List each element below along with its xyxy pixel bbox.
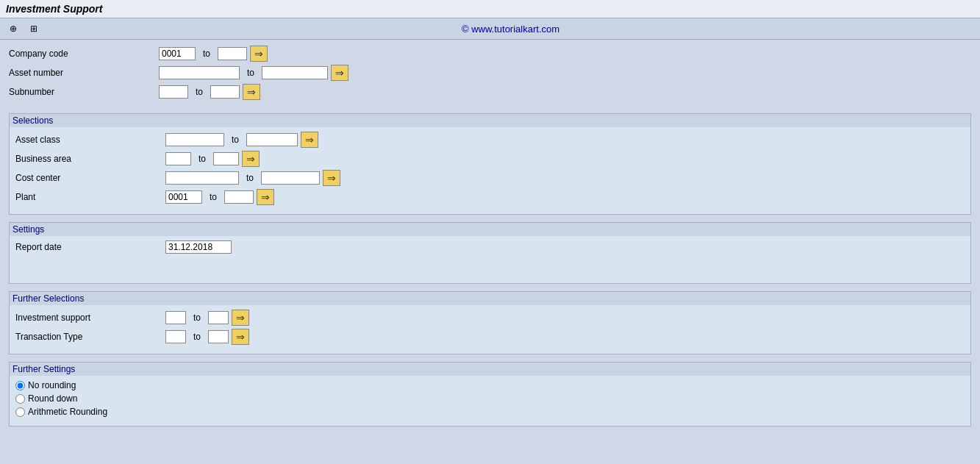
transaction-type-label: Transaction Type [15,332,162,342]
no-rounding-row: No rounding [15,380,965,390]
plant-label: Plant [15,192,162,202]
subnumber-row: Subnumber to ⇒ [9,84,971,100]
cost-center-row: Cost center to ⇒ [15,170,965,186]
asset-class-to-input[interactable] [246,133,298,146]
company-code-row: Company code to ⇒ [9,46,971,62]
transaction-type-arrow-btn[interactable]: ⇒ [232,329,249,345]
round-down-radio[interactable] [15,394,25,404]
report-date-row: Report date [15,240,965,254]
subnumber-input[interactable] [159,85,188,99]
investment-support-arrow-btn[interactable]: ⇒ [232,310,249,326]
asset-class-row: Asset class to ⇒ [15,132,965,148]
report-date-input[interactable] [165,240,232,254]
investment-support-to-input[interactable] [208,311,229,324]
investment-support-row: Investment support to ⇒ [15,310,965,326]
plant-arrow-btn[interactable]: ⇒ [257,189,274,205]
asset-number-row: Asset number to ⇒ [9,65,971,81]
plant-input[interactable] [165,190,202,204]
asset-class-label: Asset class [15,135,162,145]
selections-title: Selections [10,114,970,127]
asset-class-input[interactable] [165,133,224,146]
business-area-input[interactable] [165,152,191,165]
asset-class-arrow-btn[interactable]: ⇒ [301,132,318,148]
cost-center-input[interactable] [165,171,239,185]
plant-to-input[interactable] [224,190,254,204]
round-down-row: Round down [15,393,965,404]
plant-row: Plant to ⇒ [15,189,965,205]
investment-support-label: Investment support [15,313,162,323]
cost-center-arrow-btn[interactable]: ⇒ [323,170,340,186]
further-selections-title: Further Selections [10,292,970,305]
no-rounding-radio[interactable] [15,381,25,390]
asset-number-label: Asset number [9,68,156,78]
company-code-input[interactable] [159,47,196,60]
cost-center-label: Cost center [15,173,162,183]
round-down-label: Round down [28,393,77,404]
toolbar-icon1[interactable]: ⊕ [6,21,21,36]
further-selections-section: Further Selections Investment support to… [9,291,971,354]
business-area-label: Business area [15,154,162,164]
further-settings-title: Further Settings [10,363,970,376]
company-code-arrow-btn[interactable]: ⇒ [250,46,268,62]
transaction-type-input[interactable] [165,330,186,343]
settings-section: Settings Report date [9,222,971,284]
asset-number-input[interactable] [159,66,240,79]
page-title: Investment Support [6,3,102,15]
toolbar-icon2[interactable]: ⊞ [26,21,41,36]
asset-number-arrow-btn[interactable]: ⇒ [331,65,348,81]
company-code-to-input[interactable] [218,47,247,60]
business-area-arrow-btn[interactable]: ⇒ [242,151,260,167]
arithmetic-rounding-label: Arithmetic Rounding [28,407,107,417]
no-rounding-label: No rounding [28,380,76,390]
subnumber-label: Subnumber [9,87,156,97]
settings-title: Settings [10,223,970,236]
title-bar: Investment Support [0,0,980,18]
business-area-to-input[interactable] [213,152,239,165]
cost-center-to-input[interactable] [261,171,320,185]
selections-section: Selections Asset class to ⇒ Business are… [9,113,971,215]
watermark: © www.tutorialkart.com [47,24,974,35]
transaction-type-to-input[interactable] [208,330,229,343]
business-area-row: Business area to ⇒ [15,151,965,167]
subnumber-arrow-btn[interactable]: ⇒ [243,84,260,100]
asset-number-to-input[interactable] [262,66,328,79]
investment-support-input[interactable] [165,311,186,324]
company-code-label: Company code [9,49,156,59]
arithmetic-rounding-row: Arithmetic Rounding [15,407,965,417]
toolbar: ⊕ ⊞ © www.tutorialkart.com [0,18,980,40]
arithmetic-rounding-radio[interactable] [15,407,25,417]
transaction-type-row: Transaction Type to ⇒ [15,329,965,345]
report-date-label: Report date [15,242,162,252]
subnumber-to-input[interactable] [210,85,240,99]
further-settings-section: Further Settings No rounding Round down … [9,362,971,426]
top-fields: Company code to ⇒ Asset number to ⇒ Subn… [9,46,971,100]
